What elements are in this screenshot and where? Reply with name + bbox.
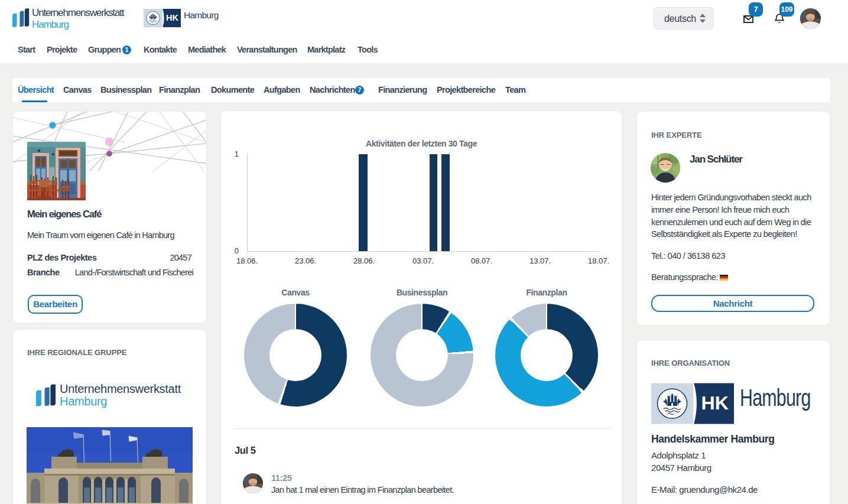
svg-text:HK: HK	[701, 392, 729, 414]
svg-text:HK: HK	[166, 13, 178, 22]
